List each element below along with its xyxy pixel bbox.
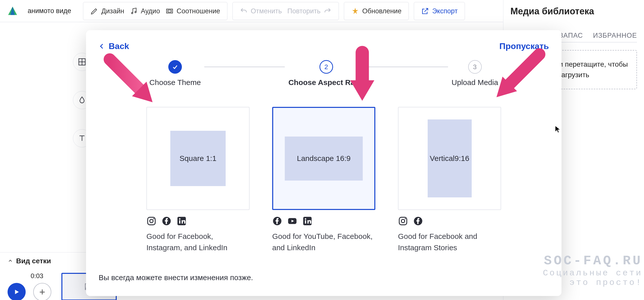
ratio-button[interactable]: Соотношение (166, 7, 220, 15)
app-logo[interactable] (3, 0, 23, 22)
tab-stock[interactable]: ЗАПАС (559, 32, 583, 39)
aspect-square-card[interactable]: Square 1:1 Good for Facebook, Instagram,… (146, 107, 250, 253)
toolbar-group-export: Экспорт (414, 2, 465, 20)
toolbar-group-update: Обновление (344, 2, 409, 20)
youtube-icon (287, 216, 297, 226)
audio-button[interactable]: Аудио (130, 7, 160, 15)
aspect-vertical-label: Vertical9:16 (428, 119, 472, 197)
svg-point-28 (405, 218, 406, 219)
toolbar-group-history: Отменить Повторить (232, 2, 339, 20)
project-title-input[interactable] (28, 0, 78, 22)
aspect-landscape-card[interactable]: Landscape 16:9 Good for YouTube, Faceboo… (272, 107, 375, 253)
media-library-title: Медиа библиотека (510, 6, 637, 17)
step-1: Choose Theme (149, 60, 201, 87)
update-label: Обновление (362, 7, 401, 15)
aspect-square-icons (146, 216, 250, 226)
redo-label: Повторить (287, 7, 320, 15)
add-frame-button[interactable]: + (33, 283, 51, 300)
svg-point-19 (179, 218, 181, 220)
export-label: Экспорт (432, 7, 458, 15)
aspect-square-desc: Good for Facebook, Instagram, and Linked… (146, 231, 250, 253)
aspect-square-label: Square 1:1 (170, 131, 226, 186)
linkedin-icon (302, 216, 312, 226)
svg-rect-4 (167, 9, 173, 13)
svg-rect-18 (179, 220, 180, 224)
facebook-icon (272, 216, 282, 226)
svg-point-2 (131, 12, 133, 14)
step-1-check-icon (168, 60, 182, 74)
update-button[interactable]: Обновление (351, 7, 401, 15)
undo-button[interactable]: Отменить (240, 7, 282, 15)
design-label: Дизайн (101, 7, 124, 15)
instagram-icon (398, 216, 408, 226)
modal-stepper: Choose Theme 2 Choose Aspect Ratio 3 Upl… (99, 60, 549, 87)
aspect-vertical-desc: Good for Facebook and Instagram Stories (398, 231, 501, 253)
ratio-label: Соотношение (177, 7, 220, 15)
step-2: 2 Choose Aspect Ratio (288, 60, 364, 87)
facebook-icon (413, 216, 423, 226)
modal-skip-button[interactable]: Пропускать (499, 41, 549, 51)
design-button[interactable]: Дизайн (90, 7, 124, 15)
export-button[interactable]: Экспорт (421, 7, 458, 15)
svg-point-25 (305, 218, 306, 220)
redo-button[interactable]: Повторить (287, 7, 332, 15)
step-1-label: Choose Theme (149, 78, 201, 87)
modal-footnote: Вы всегда можете внести изменения позже. (99, 273, 549, 282)
step-2-label: Choose Aspect Ratio (288, 78, 364, 87)
grid-view-label: Вид сетки (16, 257, 51, 265)
mouse-cursor-icon (555, 125, 561, 134)
aspect-landscape-icons (272, 216, 375, 226)
svg-point-3 (135, 11, 136, 13)
step-3-number: 3 (468, 60, 482, 74)
svg-rect-5 (168, 10, 171, 12)
aspect-landscape-label: Landscape 16:9 (285, 137, 363, 181)
svg-rect-24 (305, 220, 306, 224)
svg-point-14 (150, 219, 153, 223)
aspect-landscape-desc: Good for YouTube, Facebook, and LinkedIn (272, 231, 375, 253)
step-line-1 (204, 67, 285, 67)
timecode: 0:03 (31, 272, 44, 280)
modal-back-button[interactable]: Back (99, 41, 129, 51)
svg-marker-6 (352, 8, 358, 14)
aspect-ratio-options: Square 1:1 Good for Facebook, Instagram,… (99, 107, 549, 253)
linkedin-icon (177, 216, 187, 226)
facebook-icon (162, 216, 172, 226)
step-2-number: 2 (319, 60, 333, 74)
step-3-label: Upload Media (452, 78, 498, 87)
audio-label: Аудио (141, 7, 160, 15)
step-line-2 (368, 67, 448, 67)
modal-back-label: Back (109, 41, 129, 51)
svg-point-27 (401, 219, 405, 223)
undo-label: Отменить (251, 7, 282, 15)
aspect-vertical-card[interactable]: Vertical9:16 Good for Facebook and Insta… (398, 107, 501, 253)
svg-point-15 (153, 218, 154, 219)
step-3: 3 Upload Media (452, 60, 498, 87)
tab-favorites[interactable]: ИЗБРАННОЕ (593, 32, 637, 39)
instagram-icon (146, 216, 156, 226)
aspect-ratio-modal: Back Пропускать Choose Theme 2 Choose As… (86, 30, 561, 296)
svg-marker-10 (15, 290, 19, 294)
play-button[interactable] (8, 283, 26, 300)
aspect-vertical-icons (398, 216, 501, 226)
toolbar-group-design: Дизайн Аудио Соотношение (83, 2, 227, 20)
